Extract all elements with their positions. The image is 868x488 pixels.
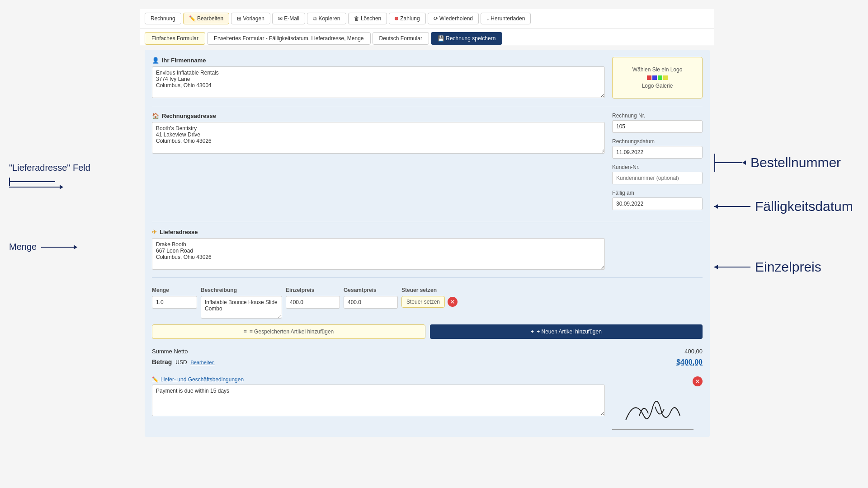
right-ann-einzelpreis: Einzelpreis [714,259,868,275]
shipping-label: ✈ Lieferadresse [152,229,605,235]
item-desc-textarea[interactable]: Inflatable Bounce House Slide Combo [201,296,282,319]
company-label: 👤 Ihr Firmenname [152,57,605,64]
terms-label: Liefer- und Geschäftsbedingungen [160,376,244,383]
signature-box [612,385,693,430]
col-header-qty: Menge [152,287,197,293]
item-price-col [286,296,340,309]
col-header-total: Gesamtpreis [344,287,398,293]
shipping-row: ✈ Lieferadresse Drake Booth 667 Loon Roa… [152,229,703,271]
item-price-input[interactable] [286,296,340,309]
due-date-label: Fällig am [612,190,703,196]
customer-nr-row: Kunden-Nr. [612,164,703,184]
toolbar: Rechnung ✏️ Bearbeiten ⊞ Vorlagen ✉ E-Ma… [140,9,714,28]
divider-1 [152,106,703,106]
toolbar-herunterladen[interactable]: ↓ Herunterladen [481,13,531,24]
betrag-value: $400,00 [676,358,703,366]
betrag-edit-link[interactable]: Bearbeiten [190,360,214,365]
company-logo-row: 👤 Ihr Firmenname Envious Inflatable Rent… [152,57,703,99]
betrag-label-group: Betrag USD Bearbeiten [152,358,215,366]
divider-3 [152,277,703,278]
summe-label: Summe Netto [152,348,188,355]
billing-textarea[interactable]: Booth's Dentistry 41 Lakeview Drive Colu… [152,122,605,154]
add-saved-item-button[interactable]: ≡ ≡ Gespeicherten Artikel hinzufügen [152,324,425,339]
add-new-icon: + [531,328,534,335]
shipping-section: ✈ Lieferadresse Drake Booth 667 Loon Roa… [152,229,605,271]
betrag-label: Betrag [152,358,172,366]
toolbar-loeschen[interactable]: 🗑 Löschen [348,13,387,24]
billing-section: 🏠 Rechnungsadresse Booth's Dentistry 41 … [152,113,605,216]
right-annotations: Bestellnummer Fälligkeitsdatum Einzelpre… [714,0,868,488]
add-new-label: + Neuen Artikel hinzufügen [537,328,602,335]
toolbar-email[interactable]: ✉ E-Mail [272,13,305,24]
toolbar-bearbeiten[interactable]: ✏️ Bearbeiten [183,13,229,24]
items-header: Menge Beschreibung Einzelpreis Gesamtpre… [152,284,703,296]
invoice-date-row: Rechnungsdatum [612,138,703,159]
add-buttons: ≡ ≡ Gespeicherten Artikel hinzufügen + +… [152,324,703,339]
right-ann-einzelpreis-label: Einzelpreis [755,259,821,275]
terms-section: ✕ ✏️ Liefer- und Geschäftsbedingungen Pa… [152,376,703,430]
steuer-setzen-button[interactable]: Steuer setzen [401,296,445,308]
delete-item-button[interactable]: ✕ [448,297,458,307]
billing-label: 🏠 Rechnungsadresse [152,113,605,119]
toolbar-vorlagen[interactable]: ⊞ Vorlagen [231,13,270,24]
logo-choose-label: Wählen Sie ein Logo [617,66,698,73]
due-date-row: Fällig am [612,190,703,210]
right-ann-bestellnummer: Bestellnummer [714,154,868,172]
totals-section: Summe Netto 400,00 Betrag USD Bearbeiten… [152,343,703,371]
add-saved-label: ≡ Gespeicherten Artikel hinzufügen [250,328,334,335]
company-icon: 👤 [152,57,159,64]
billing-icon: 🏠 [152,113,159,119]
terms-textarea[interactable]: Payment is due within 15 days [152,385,605,416]
form-tabs: Einfaches Formular Erweitertes Formular … [140,28,714,45]
summe-row: Summe Netto 400,00 [152,346,703,357]
toolbar-zahlung[interactable]: Zahlung [389,13,425,24]
col-header-desc: Beschreibung [201,287,282,293]
toolbar-kopieren[interactable]: ⧉ Kopieren [307,13,346,24]
left-annotations: "Lieferadresse" Feld Menge [0,0,140,488]
company-textarea[interactable]: Envious Inflatable Rentals 3774 Ivy Lane… [152,66,605,98]
invoice-nr-input[interactable] [612,120,703,133]
shipping-textarea[interactable]: Drake Booth 667 Loon Road Columbus, Ohio… [152,238,605,270]
divider-2 [152,222,703,222]
form-body: 👤 Ihr Firmenname Envious Inflatable Rent… [145,50,710,437]
item-total-input[interactable] [344,296,398,309]
col-header-del [468,287,482,293]
item-qty-col [152,296,197,309]
right-ann-faelligkeitsdatum-label: Fälligkeitsdatum [755,199,853,214]
item-desc-col: Inflatable Bounce House Slide Combo [201,296,282,320]
logo-gallery-label: Logo Galerie [617,83,698,89]
delete-terms-button[interactable]: ✕ [693,376,703,386]
item-qty-input[interactable] [152,296,197,309]
col-header-tax: Steuer setzen [401,287,465,293]
signature-svg [612,389,693,429]
tab-erweitertes-formular[interactable]: Erweitertes Formular - Fälligkeitsdatum,… [207,32,370,45]
tab-deutsch-formular[interactable]: Deutsch Formular [373,32,429,45]
tab-rechnung-speichern[interactable]: 💾 Rechnung speichern [431,32,502,45]
tab-einfaches-formular[interactable]: Einfaches Formular [145,32,205,45]
logo-section: Wählen Sie ein Logo Logo Galerie [612,57,703,99]
customer-nr-label: Kunden-Nr. [612,164,703,170]
logo-squares [617,75,698,80]
right-ann-bestellnummer-label: Bestellnummer [750,155,841,170]
terms-link[interactable]: ✏️ Liefer- und Geschäftsbedingungen [152,376,703,383]
left-ann-lieferadresse: "Lieferadresse" Feld [9,163,140,188]
add-new-item-button[interactable]: + + Neuen Artikel hinzufügen [430,324,703,339]
main-content: Rechnung ✏️ Bearbeiten ⊞ Vorlagen ✉ E-Ma… [140,0,714,488]
table-row: Inflatable Bounce House Slide Combo Steu… [152,296,703,320]
betrag-currency: USD [175,359,187,366]
terms-icon: ✏️ [152,376,159,383]
betrag-row: Betrag USD Bearbeiten $400,00 [152,357,703,368]
left-ann-menge-label: Menge [9,242,37,252]
col-header-price: Einzelpreis [286,287,340,293]
toolbar-wiederholend[interactable]: ⟳ Wiederholend [428,13,479,24]
billing-invoice-row: 🏠 Rechnungsadresse Booth's Dentistry 41 … [152,113,703,216]
invoice-date-input[interactable] [612,146,703,159]
customer-nr-input[interactable] [612,172,703,184]
due-date-input[interactable] [612,197,703,210]
terms-col: Payment is due within 15 days [152,385,605,430]
sig-col [612,385,703,430]
shipping-right-spacer [612,229,703,271]
logo-box[interactable]: Wählen Sie ein Logo Logo Galerie [612,57,703,99]
invoice-details-section: Rechnung Nr. Rechnungsdatum Kunden-Nr. F… [612,113,703,216]
toolbar-rechnung[interactable]: Rechnung [145,13,181,24]
